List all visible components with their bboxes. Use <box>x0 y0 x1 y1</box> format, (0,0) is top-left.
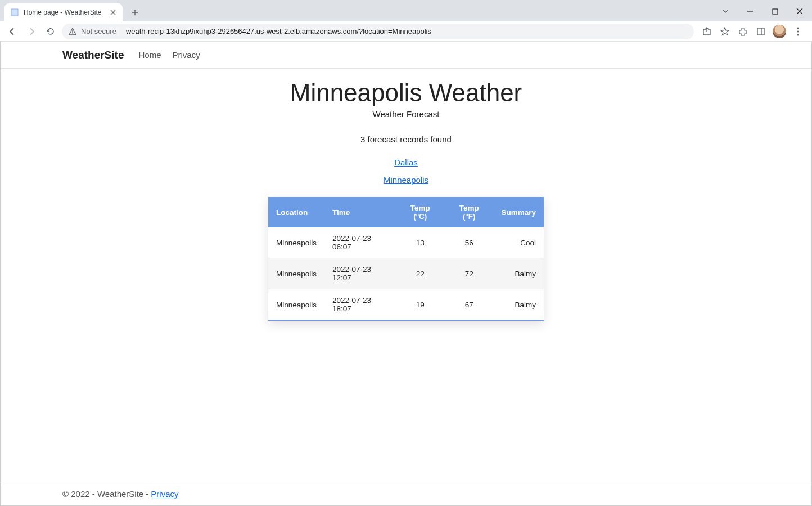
record-count: 3 forecast records found <box>360 135 452 144</box>
brand[interactable]: WeatherSite <box>62 49 124 61</box>
new-tab-button[interactable] <box>127 5 143 20</box>
browser-tab[interactable]: Home page - WeatherSite <box>4 3 123 21</box>
svg-point-8 <box>797 34 799 35</box>
side-panel-icon[interactable] <box>755 25 767 38</box>
omnibox-divider <box>121 27 121 36</box>
main-content: Minneapolis Weather Weather Forecast 3 f… <box>1 69 811 482</box>
bookmark-star-icon[interactable] <box>719 25 731 38</box>
th-location: Location <box>268 197 324 227</box>
page-subtitle: Weather Forecast <box>373 109 440 119</box>
cell-temp-c: 13 <box>395 227 445 258</box>
cell-temp-f: 67 <box>445 289 493 321</box>
url-text: weath-recip-13khzp9ixuhp3-292656427.us-w… <box>126 27 687 35</box>
cell-summary: Balmy <box>493 289 544 321</box>
minimize-button[interactable] <box>738 3 763 20</box>
nav-link-home[interactable]: Home <box>138 50 161 60</box>
th-temp-c: Temp (°C) <box>395 197 445 227</box>
location-link-minneapolis[interactable]: Minneapolis <box>384 175 428 185</box>
cell-summary: Balmy <box>493 258 544 289</box>
cell-time: 2022-07-23 12:07 <box>324 258 395 289</box>
cell-time: 2022-07-23 18:07 <box>324 289 395 321</box>
cell-temp-c: 22 <box>395 258 445 289</box>
back-button[interactable] <box>4 24 20 39</box>
menu-dots-icon[interactable] <box>792 25 804 38</box>
page-viewport: WeatherSite Home Privacy Minneapolis Wea… <box>0 42 812 506</box>
table-row: Minneapolis 2022-07-23 06:07 13 56 Cool <box>268 227 544 258</box>
extensions-icon[interactable] <box>737 25 749 38</box>
svg-point-7 <box>797 30 799 32</box>
cell-summary: Cool <box>493 227 544 258</box>
location-link-dallas[interactable]: Dallas <box>394 158 418 167</box>
th-summary: Summary <box>493 197 544 227</box>
svg-rect-0 <box>11 9 18 16</box>
chevron-down-icon[interactable] <box>713 3 738 20</box>
not-secure-icon <box>69 28 76 35</box>
favicon-icon <box>10 8 19 17</box>
footer-text: © 2022 - WeatherSite - <box>62 489 148 499</box>
cell-location: Minneapolis <box>268 227 324 258</box>
forecast-table: Location Time Temp (°C) Temp (°F) Summar… <box>268 197 544 321</box>
tab-strip: Home page - WeatherSite <box>0 0 812 21</box>
tab-title: Home page - WeatherSite <box>24 8 105 16</box>
cell-temp-c: 19 <box>395 289 445 321</box>
table-row: Minneapolis 2022-07-23 18:07 19 67 Balmy <box>268 289 544 321</box>
window-controls <box>713 2 812 20</box>
maximize-button[interactable] <box>763 3 787 20</box>
svg-rect-1 <box>773 9 778 14</box>
cell-location: Minneapolis <box>268 289 324 321</box>
tab-close-icon[interactable] <box>109 8 117 16</box>
th-temp-f: Temp (°F) <box>445 197 493 227</box>
not-secure-label: Not secure <box>81 27 116 35</box>
site-footer: © 2022 - WeatherSite - Privacy <box>1 482 811 505</box>
page-title: Minneapolis Weather <box>290 79 522 107</box>
cell-location: Minneapolis <box>268 258 324 289</box>
close-window-button[interactable] <box>787 3 812 20</box>
site-nav: WeatherSite Home Privacy <box>1 42 811 69</box>
share-icon[interactable] <box>701 25 713 38</box>
svg-point-3 <box>72 33 73 34</box>
location-links: Dallas Minneapolis <box>384 158 428 185</box>
cell-time: 2022-07-23 06:07 <box>324 227 395 258</box>
forward-button[interactable] <box>24 24 39 39</box>
toolbar-right-icons <box>697 25 808 38</box>
browser-chrome: Home page - WeatherSite <box>0 0 812 42</box>
cell-temp-f: 72 <box>445 258 493 289</box>
table-row: Minneapolis 2022-07-23 12:07 22 72 Balmy <box>268 258 544 289</box>
footer-privacy-link[interactable]: Privacy <box>151 489 178 499</box>
th-time: Time <box>324 197 395 227</box>
browser-toolbar: Not secure weath-recip-13khzp9ixuhp3-292… <box>0 21 812 42</box>
table-header-row: Location Time Temp (°C) Temp (°F) Summar… <box>268 197 544 227</box>
nav-link-privacy[interactable]: Privacy <box>172 50 200 60</box>
address-bar[interactable]: Not secure weath-recip-13khzp9ixuhp3-292… <box>62 24 694 39</box>
cell-temp-f: 56 <box>445 227 493 258</box>
svg-point-6 <box>797 27 799 29</box>
profile-avatar[interactable] <box>773 25 786 38</box>
svg-rect-4 <box>757 28 764 35</box>
reload-button[interactable] <box>43 24 58 39</box>
